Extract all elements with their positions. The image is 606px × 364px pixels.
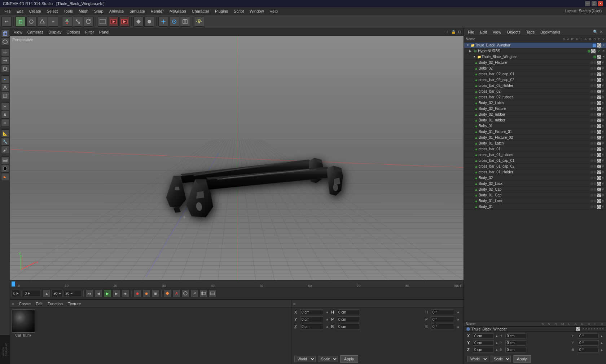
material-slot[interactable]: Car_trunk — [12, 309, 35, 363]
lt-magnet[interactable]: 🔧 — [1, 138, 9, 146]
rp-p-rot[interactable] — [505, 340, 526, 346]
object-snap[interactable] — [169, 17, 179, 27]
obj-row-thule-2[interactable]: ▼ 📁 Thule_Black_Wingbar ✕ — [464, 54, 606, 60]
viewport-panel-menu[interactable]: Panel — [97, 30, 111, 35]
obj-row-hypernurbs[interactable]: ▶ ⊞ HyperNURBS ✓ ✕ — [464, 48, 606, 54]
rp-z-pos[interactable] — [473, 347, 494, 352]
lt-perspective[interactable] — [1, 30, 9, 37]
rp-y-pos[interactable] — [473, 340, 494, 346]
rp-search-icon[interactable]: 🔍 — [593, 30, 598, 35]
lt-rotate[interactable] — [1, 65, 9, 73]
lt-scale[interactable] — [1, 57, 9, 65]
list-item[interactable]: ▲ Body_01 ✕ — [464, 204, 606, 210]
list-item[interactable]: ▲ cross_bar_02_Holder ✕ — [464, 83, 606, 89]
record-all-button[interactable]: ⏺ — [142, 289, 150, 297]
viewport-icon-1[interactable]: + — [445, 30, 450, 35]
go-start-button[interactable]: ⏮ — [85, 289, 93, 297]
apply-button[interactable]: Apply — [340, 355, 358, 363]
motion-record[interactable] — [181, 289, 189, 297]
list-item[interactable]: ▲ Body_02_Latch ✕ — [464, 100, 606, 106]
lt-model[interactable] — [1, 38, 9, 46]
menu-help[interactable]: Help — [267, 8, 281, 14]
viewport-cameras-menu[interactable]: Cameras — [25, 30, 46, 35]
lt-material[interactable] — [1, 165, 9, 173]
menu-select[interactable]: Select — [44, 8, 61, 14]
rp-tab-edit[interactable]: Edit — [478, 29, 489, 35]
render-region[interactable] — [98, 17, 108, 27]
list-item[interactable]: ▲ Body_02 ✕ — [464, 175, 606, 181]
autokey-button[interactable]: A — [172, 289, 180, 297]
tool-move[interactable] — [62, 17, 72, 27]
mat-texture-menu[interactable]: Texture — [66, 301, 83, 307]
menu-edit[interactable]: Edit — [14, 8, 26, 14]
material-preview[interactable] — [12, 309, 35, 333]
lt-measure[interactable]: 📐 — [1, 129, 9, 137]
undo-button[interactable]: ↩ — [1, 17, 12, 27]
list-item[interactable]: ▲ cross_bar_02 ✕ — [464, 89, 606, 94]
menu-render[interactable]: Render — [148, 8, 167, 14]
menu-create[interactable]: Create — [26, 8, 44, 14]
light-button[interactable] — [194, 17, 204, 27]
tool-scale[interactable] — [73, 17, 83, 27]
obj-row-thule-top[interactable]: ▼ 📁 Thule_Black_Wingbar ✕ — [464, 43, 606, 48]
mode-texture[interactable] — [37, 17, 47, 27]
go-end-button[interactable]: ⏭ — [122, 289, 129, 297]
render-picture[interactable] — [119, 17, 129, 27]
timeline-ruler[interactable]: 0 10 20 30 40 50 60 70 80 90 90 F — [10, 281, 464, 288]
next-frame-button[interactable]: ▶ — [113, 289, 120, 297]
rp-b-rot[interactable] — [505, 347, 526, 352]
lt-floor[interactable] — [1, 156, 9, 164]
snap-button[interactable] — [158, 17, 168, 27]
rp-close-icon[interactable]: ✕ — [600, 30, 605, 35]
rp-tab-view[interactable]: View — [491, 29, 504, 35]
list-item[interactable]: ▲ cross_bar_01_rubber ✕ — [464, 152, 606, 158]
rp-tab-tags[interactable]: Tags — [524, 29, 537, 35]
menu-mograph[interactable]: MoGraph — [167, 8, 189, 14]
coord-scale-dropdown[interactable]: Scale Size — [318, 356, 338, 362]
mode-model[interactable] — [16, 17, 26, 27]
menu-snap[interactable]: Snap — [91, 8, 106, 14]
rp-size-p[interactable] — [578, 340, 599, 346]
motion-system[interactable] — [199, 289, 207, 297]
lt-points[interactable]: ● — [1, 75, 9, 83]
lt-loop[interactable]: ∞ — [1, 119, 9, 127]
coord-z-pos[interactable] — [300, 324, 323, 329]
lt-extrude[interactable]: E — [1, 111, 9, 119]
menu-script[interactable]: Script — [231, 8, 247, 14]
viewport-display-menu[interactable]: Display — [46, 30, 63, 35]
frame-spin-up[interactable]: ▲ — [43, 289, 50, 297]
viewport-view-menu[interactable]: View — [12, 30, 25, 35]
lt-brush[interactable]: 🖌 — [1, 146, 9, 154]
menu-mesh[interactable]: Mesh — [76, 8, 91, 14]
menu-animate[interactable]: Animate — [106, 8, 127, 14]
mode-axis[interactable]: + — [48, 17, 58, 27]
rp-tab-bookmarks[interactable]: Bookmarks — [538, 29, 562, 35]
list-item[interactable]: ▲ Body_02_Fixture ✕ — [464, 106, 606, 112]
list-item[interactable]: ▲ Bolts_01 ✕ — [464, 123, 606, 129]
coord-size-b[interactable] — [431, 324, 454, 329]
tool-rotate[interactable] — [84, 17, 94, 27]
timeline-view[interactable] — [208, 289, 216, 297]
list-item[interactable]: ▲ Bolts_02 ✕ — [464, 66, 606, 71]
list-item[interactable]: ▲ cross_bar_02_cap_02 ✕ — [464, 77, 606, 83]
list-item[interactable]: ▲ Body_02_rubber ✕ — [464, 112, 606, 117]
prev-frame-button[interactable]: ◀ — [95, 289, 102, 297]
list-item[interactable]: ▲ Body_01_Ffixture_02 ✕ — [464, 135, 606, 141]
mat-create-menu[interactable]: Create — [17, 301, 33, 307]
mode-object[interactable] — [26, 17, 36, 27]
list-item[interactable]: ▲ Body_02_Ffixture ✕ — [464, 60, 606, 66]
viewport-icon-3[interactable]: ⊡ — [457, 30, 462, 35]
rp-world-dropdown[interactable]: World Object — [467, 356, 488, 362]
list-item[interactable]: ▲ Body_01_Lock ✕ — [464, 198, 606, 204]
menu-character[interactable]: Character — [189, 8, 212, 14]
list-item[interactable]: ▲ cross_bar_01_Holder ✕ — [464, 169, 606, 175]
anim-keyframe[interactable] — [133, 17, 144, 27]
mat-edit-menu[interactable]: Edit — [34, 301, 45, 307]
list-item[interactable]: ▲ Body_01_Latch ✕ — [464, 141, 606, 146]
rp-size-b[interactable] — [578, 347, 599, 352]
coord-world-dropdown[interactable]: World Object Local — [294, 356, 316, 362]
menu-window[interactable]: Window — [247, 8, 267, 14]
lt-animate-tag[interactable]: ▶ — [1, 173, 9, 181]
close-button[interactable]: ✕ — [598, 1, 603, 6]
coord-size-p[interactable] — [431, 316, 454, 322]
